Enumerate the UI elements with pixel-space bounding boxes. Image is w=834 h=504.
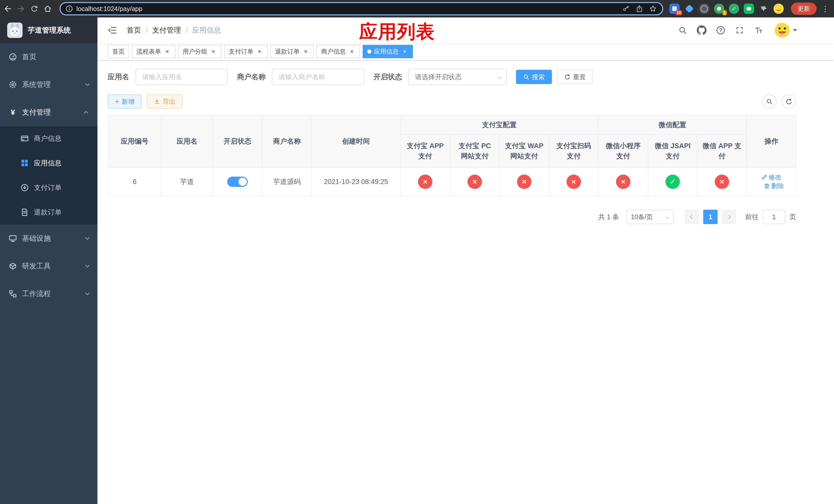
close-icon[interactable] xyxy=(163,48,171,55)
goto-page-input[interactable] xyxy=(763,210,785,224)
page-size-value: 10条/页 xyxy=(631,213,653,221)
github-link[interactable] xyxy=(696,25,707,36)
tab-user-group[interactable]: 用户分组 xyxy=(178,45,222,58)
column-header: 支付宝 PC 网站支付 xyxy=(450,135,499,167)
sidebar-item-system[interactable]: 系统管理 xyxy=(0,71,97,98)
table-toolbar: 新增 导出 xyxy=(108,94,796,109)
next-page-button[interactable] xyxy=(722,210,736,224)
tab-label: 支付订单 xyxy=(229,47,254,55)
page-number-button[interactable]: 1 xyxy=(703,210,718,224)
sidebar-item-infrastructure[interactable]: 基础设施 xyxy=(0,225,97,252)
help-button[interactable] xyxy=(715,25,726,36)
bookmark-star-icon[interactable] xyxy=(649,5,657,13)
extension-emoji-icon[interactable] xyxy=(773,4,784,14)
forward-arrow-icon xyxy=(17,4,25,13)
status-toggle[interactable] xyxy=(227,177,248,187)
refresh-icon xyxy=(564,74,570,80)
sidebar-item-workflow[interactable]: 工作流程 xyxy=(0,280,97,307)
edit-link[interactable]: 修改 xyxy=(762,173,782,182)
sidebar-item-pay-order[interactable]: 支付订单 xyxy=(0,175,97,200)
sidebar-item-dev-tools[interactable]: 研发工具 xyxy=(0,252,97,280)
address-bar[interactable]: localhost:1024/pay/app xyxy=(60,2,663,15)
omnibox-actions xyxy=(622,5,657,13)
header-search-button[interactable] xyxy=(677,25,688,36)
page-size-select[interactable]: 10条/页 xyxy=(626,210,674,224)
tab-app-info[interactable]: 应用信息 xyxy=(363,45,413,58)
sidebar-item-payment[interactable]: 支付管理 xyxy=(0,98,97,126)
column-header: 应用名 xyxy=(161,115,213,167)
reset-button[interactable]: 重置 xyxy=(557,70,593,84)
extension-wechat-icon[interactable] xyxy=(744,4,754,14)
column-header: 开启状态 xyxy=(213,115,262,167)
tab-home[interactable]: 首页 xyxy=(108,45,129,58)
tab-label: 退款订单 xyxy=(275,47,300,55)
sidebar-item-app-info[interactable]: 应用信息 xyxy=(0,151,97,175)
extension-pin-icon[interactable] xyxy=(759,4,769,14)
add-button[interactable]: 新增 xyxy=(108,94,141,109)
sidebar-item-label: 系统管理 xyxy=(22,80,80,90)
close-icon[interactable] xyxy=(401,48,408,55)
extension-blue-icon[interactable]: 10 xyxy=(670,4,680,14)
sidebar-item-label: 基础设施 xyxy=(22,233,80,243)
filter-form: 应用名 商户名称 开启状态 搜索 xyxy=(108,69,796,85)
payment-submenu: 商户信息 应用信息 支付订单 xyxy=(0,126,97,225)
chevron-down-icon xyxy=(85,291,89,295)
user-menu[interactable] xyxy=(774,22,797,39)
browser-forward-button[interactable] xyxy=(15,3,27,14)
close-icon[interactable] xyxy=(256,48,263,55)
refresh-table-button[interactable] xyxy=(782,94,796,109)
table-row: 6 芋道 芋道源码 2021-10-23 08:49:25 × × × × × … xyxy=(108,167,796,196)
search-icon xyxy=(766,98,773,105)
column-header: 微信 JSAPI 支付 xyxy=(648,135,697,167)
app-name-input[interactable] xyxy=(135,69,228,85)
close-icon[interactable] xyxy=(210,48,217,55)
tab-merchant-info[interactable]: 商户信息 xyxy=(316,45,360,58)
cell-created-time: 2021-10-23 08:49:25 xyxy=(312,167,400,196)
status-select[interactable] xyxy=(408,69,507,85)
browser-home-button[interactable] xyxy=(42,3,53,14)
sidebar-item-refund-order[interactable]: 退款订单 xyxy=(0,200,97,225)
app-logo[interactable]: 芋道管理系统 xyxy=(0,18,97,43)
column-group-alipay: 支付宝配置 xyxy=(400,115,598,135)
breadcrumb-item[interactable]: 首页 xyxy=(127,25,141,35)
extension-globe-icon[interactable] xyxy=(699,4,709,14)
app-grid-icon xyxy=(21,159,29,167)
browser-reload-button[interactable] xyxy=(29,3,40,14)
browser-update-button[interactable]: 更新 xyxy=(791,3,816,15)
tab-refund-order[interactable]: 退款订单 xyxy=(270,45,314,58)
extension-diamond-icon[interactable] xyxy=(684,4,695,14)
sidebar-toggle-button[interactable] xyxy=(105,23,119,38)
refresh-icon xyxy=(786,98,792,105)
share-icon[interactable] xyxy=(636,5,643,13)
browser-menu-icon[interactable] xyxy=(821,4,830,13)
merchant-name-input[interactable] xyxy=(272,69,364,85)
screen: localhost:1024/pay/app 10 1 更新 xyxy=(0,0,834,504)
sidebar-item-home[interactable]: 首页 xyxy=(0,43,97,71)
page-content: 应用名 商户名称 开启状态 搜索 xyxy=(97,61,834,504)
browser-back-button[interactable] xyxy=(2,3,13,14)
column-group-wechat: 微信配置 xyxy=(598,115,747,135)
key-icon[interactable] xyxy=(622,5,630,13)
cell-app-id: 6 xyxy=(108,167,161,196)
delete-link[interactable]: 删除 xyxy=(764,182,784,190)
extension-check-icon[interactable] xyxy=(729,4,739,14)
sidebar-item-merchant-info[interactable]: 商户信息 xyxy=(0,126,97,151)
toggle-search-button[interactable] xyxy=(762,94,776,109)
sidebar-item-label: 研发工具 xyxy=(22,261,80,271)
extension-avatar-icon[interactable]: 1 xyxy=(714,4,724,14)
plus-icon xyxy=(115,98,119,105)
dashboard-icon xyxy=(9,53,17,61)
tab-pay-order[interactable]: 支付订单 xyxy=(224,45,268,58)
export-button[interactable]: 导出 xyxy=(147,94,182,109)
reload-icon xyxy=(30,5,38,13)
breadcrumb-item[interactable]: 支付管理 xyxy=(152,25,181,35)
font-size-button[interactable] xyxy=(753,25,764,36)
close-icon[interactable] xyxy=(348,48,355,55)
close-icon[interactable] xyxy=(302,48,309,55)
tab-process-form[interactable]: 流程表单 xyxy=(132,45,175,58)
fullscreen-button[interactable] xyxy=(734,25,745,36)
search-button[interactable]: 搜索 xyxy=(516,70,552,84)
prev-page-button[interactable] xyxy=(685,210,699,224)
sidebar-item-label: 支付管理 xyxy=(22,108,80,117)
back-arrow-icon xyxy=(3,4,12,13)
